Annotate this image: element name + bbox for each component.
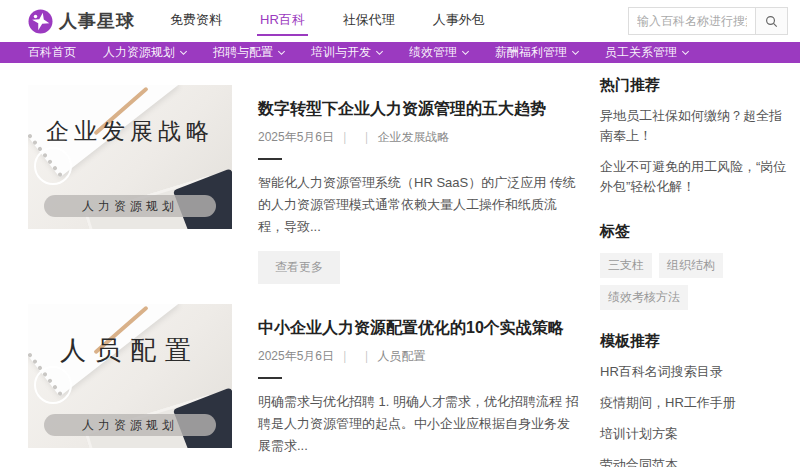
top-nav: 免费资料 HR百科 社保代理 人事外包 <box>167 0 488 42</box>
article-category[interactable]: 人员配置 <box>378 349 426 363</box>
chevron-down-icon <box>462 47 469 54</box>
article-meta: 2025年5月6日｜｜企业发展战略 <box>258 129 580 146</box>
chevron-down-icon <box>278 47 285 54</box>
chevron-down-icon <box>572 47 579 54</box>
thumb-decoration-earphones <box>34 366 72 404</box>
article-title[interactable]: 中小企业人力资源配置优化的10个实战策略 <box>258 318 580 339</box>
hot-recommend-link[interactable]: 异地员工社保如何缴纳？超全指南奉上！ <box>600 106 790 146</box>
logo-icon <box>28 9 53 34</box>
thumbnail-category-pill: 人力资源规划 <box>44 195 215 217</box>
template-link[interactable]: 劳动合同范本 <box>600 455 790 467</box>
template-link[interactable]: 疫情期间，HR工作手册 <box>600 393 790 413</box>
thumbnail-category-pill: 人力资源规划 <box>44 414 215 436</box>
search-icon <box>765 15 778 28</box>
article-thumbnail[interactable]: 人员配置 人力资源规划 <box>28 304 232 448</box>
thumb-decoration-earphones <box>34 147 72 185</box>
nav-hr-wiki[interactable]: HR百科 <box>257 7 308 36</box>
chevron-down-icon <box>180 47 187 54</box>
article-excerpt: 智能化人力资源管理系统（HR SaaS）的广泛应用 传统的人力资源管理模式通常依… <box>258 172 580 238</box>
article-excerpt: 明确需求与优化招聘 1. 明确人才需求，优化招聘流程 招聘是人力资源管理的起点。… <box>258 391 580 457</box>
cat-nav-training[interactable]: 培训与开发 <box>311 44 382 61</box>
nav-free-resources[interactable]: 免费资料 <box>167 7 225 36</box>
sidebar: 热门推荐 异地员工社保如何缴纳？超全指南奉上！ 企业不可避免的用工风险，“岗位外… <box>600 63 790 467</box>
nav-hr-outsourcing[interactable]: 人事外包 <box>430 7 488 36</box>
search-button[interactable] <box>756 7 788 35</box>
cat-nav-compensation[interactable]: 薪酬福利管理 <box>495 44 578 61</box>
tag-item[interactable]: 组织结构 <box>659 253 723 278</box>
nav-social-insurance[interactable]: 社保代理 <box>340 7 398 36</box>
search-input[interactable] <box>628 7 756 35</box>
article-info: 中小企业人力资源配置优化的10个实战策略 2025年5月6日｜｜人员配置 明确需… <box>232 304 580 467</box>
main-content: 企业发展战略 人力资源规划 数字转型下企业人力资源管理的五大趋势 2025年5月… <box>0 63 800 467</box>
cat-nav-performance[interactable]: 绩效管理 <box>409 44 468 61</box>
chevron-down-icon <box>376 47 383 54</box>
article-item: 人员配置 人力资源规划 中小企业人力资源配置优化的10个实战策略 2025年5月… <box>28 304 580 467</box>
article-item: 企业发展战略 人力资源规划 数字转型下企业人力资源管理的五大趋势 2025年5月… <box>28 85 580 284</box>
chevron-down-icon <box>682 47 689 54</box>
cat-nav-employee-relations[interactable]: 员工关系管理 <box>605 44 688 61</box>
tag-item[interactable]: 绩效考核方法 <box>600 285 688 310</box>
hot-recommend-link[interactable]: 企业不可避免的用工风险，“岗位外包”轻松化解！ <box>600 157 790 197</box>
template-link[interactable]: HR百科名词搜索目录 <box>600 362 790 382</box>
article-info: 数字转型下企业人力资源管理的五大趋势 2025年5月6日｜｜企业发展战略 智能化… <box>232 85 580 284</box>
article-title[interactable]: 数字转型下企业人力资源管理的五大趋势 <box>258 99 580 120</box>
site-header: 人事星球 免费资料 HR百科 社保代理 人事外包 <box>0 0 800 42</box>
article-list: 企业发展战略 人力资源规划 数字转型下企业人力资源管理的五大趋势 2025年5月… <box>28 63 580 467</box>
read-more-button[interactable]: 查看更多 <box>258 251 340 284</box>
tag-list: 三支柱 组织结构 绩效考核方法 <box>600 253 790 310</box>
thumbnail-caption: 人员配置 <box>28 333 232 368</box>
tag-item[interactable]: 三支柱 <box>600 253 652 278</box>
cat-nav-home[interactable]: 百科首页 <box>28 44 76 61</box>
hot-recommend-heading: 热门推荐 <box>600 76 790 95</box>
article-meta: 2025年5月6日｜｜人员配置 <box>258 348 580 365</box>
thumbnail-caption: 企业发展战略 <box>28 116 232 147</box>
cat-nav-hr-planning[interactable]: 人力资源规划 <box>103 44 186 61</box>
meta-divider <box>258 158 282 160</box>
tags-heading: 标签 <box>600 222 790 241</box>
article-category[interactable]: 企业发展战略 <box>378 130 450 144</box>
article-date: 2025年5月6日 <box>258 130 334 144</box>
site-logo[interactable]: 人事星球 <box>28 9 135 34</box>
article-thumbnail[interactable]: 企业发展战略 人力资源规划 <box>28 85 232 229</box>
article-date: 2025年5月6日 <box>258 349 334 363</box>
template-recommend-heading: 模板推荐 <box>600 332 790 351</box>
template-link[interactable]: 培训计划方案 <box>600 424 790 444</box>
search-box <box>628 7 788 35</box>
cat-nav-recruiting[interactable]: 招聘与配置 <box>213 44 284 61</box>
logo-text: 人事星球 <box>59 9 135 33</box>
category-nav: 百科首页 人力资源规划 招聘与配置 培训与开发 绩效管理 薪酬福利管理 员工关系… <box>0 42 800 63</box>
meta-divider <box>258 377 282 379</box>
